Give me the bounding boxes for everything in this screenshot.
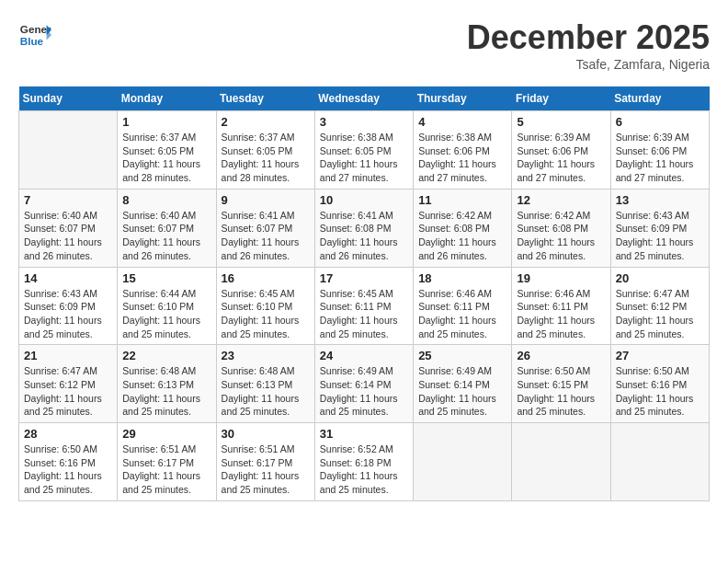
day-number: 2 (222, 115, 310, 129)
calendar-cell: 19Sunrise: 6:46 AMSunset: 6:11 PMDayligh… (512, 267, 610, 345)
cell-info: Sunrise: 6:45 AMSunset: 6:11 PMDaylight:… (320, 287, 408, 341)
cell-info: Sunrise: 6:49 AMSunset: 6:14 PMDaylight:… (320, 364, 408, 419)
day-number: 30 (222, 427, 310, 441)
day-number: 12 (517, 193, 605, 207)
calendar-cell: 27Sunrise: 6:50 AMSunset: 6:16 PMDayligh… (610, 345, 709, 423)
cell-info: Sunrise: 6:51 AMSunset: 6:17 PMDaylight:… (222, 442, 310, 497)
calendar-cell: 31Sunrise: 6:52 AMSunset: 6:18 PMDayligh… (314, 423, 413, 501)
day-header-tuesday: Tuesday (216, 86, 314, 111)
cell-info: Sunrise: 6:48 AMSunset: 6:13 PMDaylight:… (222, 364, 310, 419)
day-number: 3 (320, 115, 408, 129)
calendar-cell: 24Sunrise: 6:49 AMSunset: 6:14 PMDayligh… (314, 345, 413, 423)
calendar-cell: 4Sunrise: 6:38 AMSunset: 6:06 PMDaylight… (414, 111, 512, 190)
day-number: 1 (122, 115, 210, 129)
logo-icon: General Blue (18, 18, 51, 52)
day-number: 10 (320, 193, 408, 207)
location: Tsafe, Zamfara, Nigeria (467, 57, 710, 72)
cell-info: Sunrise: 6:46 AMSunset: 6:11 PMDaylight:… (418, 287, 506, 341)
calendar-cell (610, 423, 709, 501)
cell-info: Sunrise: 6:46 AMSunset: 6:11 PMDaylight:… (517, 287, 605, 341)
month-title: December 2025 (467, 18, 710, 57)
calendar-cell: 28Sunrise: 6:50 AMSunset: 6:16 PMDayligh… (19, 423, 118, 501)
calendar-cell: 11Sunrise: 6:42 AMSunset: 6:08 PMDayligh… (414, 189, 512, 267)
day-header-thursday: Thursday (414, 86, 512, 111)
day-number: 8 (122, 193, 210, 207)
calendar-cell: 8Sunrise: 6:40 AMSunset: 6:07 PMDaylight… (118, 189, 216, 267)
calendar-cell: 13Sunrise: 6:43 AMSunset: 6:09 PMDayligh… (610, 189, 709, 267)
calendar-table: SundayMondayTuesdayWednesdayThursdayFrid… (18, 86, 710, 501)
day-number: 4 (418, 115, 506, 129)
day-number: 31 (320, 427, 408, 441)
day-number: 14 (24, 271, 112, 285)
calendar-cell: 9Sunrise: 6:41 AMSunset: 6:07 PMDaylight… (216, 189, 314, 267)
week-row-1: 1Sunrise: 6:37 AMSunset: 6:05 PMDaylight… (19, 111, 710, 190)
cell-info: Sunrise: 6:38 AMSunset: 6:05 PMDaylight:… (320, 131, 408, 185)
calendar-cell: 7Sunrise: 6:40 AMSunset: 6:07 PMDaylight… (19, 189, 118, 267)
day-number: 6 (616, 115, 704, 129)
day-header-friday: Friday (512, 86, 610, 111)
day-number: 24 (320, 349, 408, 362)
calendar-cell (414, 423, 512, 501)
calendar-cell: 6Sunrise: 6:39 AMSunset: 6:06 PMDaylight… (610, 111, 709, 190)
cell-info: Sunrise: 6:37 AMSunset: 6:05 PMDaylight:… (222, 131, 310, 185)
cell-info: Sunrise: 6:39 AMSunset: 6:06 PMDaylight:… (616, 131, 704, 185)
calendar-cell: 23Sunrise: 6:48 AMSunset: 6:13 PMDayligh… (216, 345, 314, 423)
cell-info: Sunrise: 6:39 AMSunset: 6:06 PMDaylight:… (517, 131, 605, 185)
week-row-4: 21Sunrise: 6:47 AMSunset: 6:12 PMDayligh… (19, 345, 710, 423)
calendar-cell: 12Sunrise: 6:42 AMSunset: 6:08 PMDayligh… (512, 189, 610, 267)
calendar-cell: 2Sunrise: 6:37 AMSunset: 6:05 PMDaylight… (216, 111, 314, 190)
cell-info: Sunrise: 6:40 AMSunset: 6:07 PMDaylight:… (24, 209, 112, 263)
calendar-header-row: SundayMondayTuesdayWednesdayThursdayFrid… (19, 86, 710, 111)
cell-info: Sunrise: 6:50 AMSunset: 6:16 PMDaylight:… (24, 442, 112, 497)
cell-info: Sunrise: 6:47 AMSunset: 6:12 PMDaylight:… (616, 287, 704, 341)
day-number: 18 (418, 271, 506, 285)
day-number: 23 (222, 349, 310, 362)
calendar-cell: 10Sunrise: 6:41 AMSunset: 6:08 PMDayligh… (314, 189, 413, 267)
day-header-wednesday: Wednesday (314, 86, 413, 111)
cell-info: Sunrise: 6:42 AMSunset: 6:08 PMDaylight:… (517, 209, 605, 263)
day-number: 19 (517, 271, 605, 285)
calendar-cell: 15Sunrise: 6:44 AMSunset: 6:10 PMDayligh… (118, 267, 216, 345)
calendar-cell: 21Sunrise: 6:47 AMSunset: 6:12 PMDayligh… (19, 345, 118, 423)
day-header-sunday: Sunday (19, 86, 118, 111)
calendar-cell: 14Sunrise: 6:43 AMSunset: 6:09 PMDayligh… (19, 267, 118, 345)
logo: General Blue (18, 18, 51, 52)
cell-info: Sunrise: 6:51 AMSunset: 6:17 PMDaylight:… (122, 442, 210, 497)
cell-info: Sunrise: 6:41 AMSunset: 6:07 PMDaylight:… (222, 209, 310, 263)
title-block: December 2025 Tsafe, Zamfara, Nigeria (467, 18, 710, 72)
cell-info: Sunrise: 6:45 AMSunset: 6:10 PMDaylight:… (222, 287, 310, 341)
day-number: 26 (517, 349, 605, 362)
day-number: 29 (122, 427, 210, 441)
cell-info: Sunrise: 6:43 AMSunset: 6:09 PMDaylight:… (24, 287, 112, 341)
calendar-cell: 5Sunrise: 6:39 AMSunset: 6:06 PMDaylight… (512, 111, 610, 190)
calendar-cell: 30Sunrise: 6:51 AMSunset: 6:17 PMDayligh… (216, 423, 314, 501)
page-header: General Blue December 2025 Tsafe, Zamfar… (18, 18, 710, 72)
calendar-cell: 20Sunrise: 6:47 AMSunset: 6:12 PMDayligh… (610, 267, 709, 345)
calendar-cell (19, 111, 118, 190)
day-number: 27 (616, 349, 704, 362)
day-number: 21 (24, 349, 112, 362)
day-number: 9 (222, 193, 310, 207)
calendar-cell: 3Sunrise: 6:38 AMSunset: 6:05 PMDaylight… (314, 111, 413, 190)
calendar-cell: 18Sunrise: 6:46 AMSunset: 6:11 PMDayligh… (414, 267, 512, 345)
calendar-cell: 16Sunrise: 6:45 AMSunset: 6:10 PMDayligh… (216, 267, 314, 345)
cell-info: Sunrise: 6:52 AMSunset: 6:18 PMDaylight:… (320, 442, 408, 497)
day-number: 13 (616, 193, 704, 207)
calendar-cell: 29Sunrise: 6:51 AMSunset: 6:17 PMDayligh… (118, 423, 216, 501)
day-number: 20 (616, 271, 704, 285)
cell-info: Sunrise: 6:47 AMSunset: 6:12 PMDaylight:… (24, 364, 112, 419)
cell-info: Sunrise: 6:40 AMSunset: 6:07 PMDaylight:… (122, 209, 210, 263)
cell-info: Sunrise: 6:38 AMSunset: 6:06 PMDaylight:… (418, 131, 506, 185)
day-number: 15 (122, 271, 210, 285)
day-number: 5 (517, 115, 605, 129)
calendar-cell: 1Sunrise: 6:37 AMSunset: 6:05 PMDaylight… (118, 111, 216, 190)
day-number: 16 (222, 271, 310, 285)
calendar-cell: 17Sunrise: 6:45 AMSunset: 6:11 PMDayligh… (314, 267, 413, 345)
cell-info: Sunrise: 6:37 AMSunset: 6:05 PMDaylight:… (122, 131, 210, 185)
cell-info: Sunrise: 6:48 AMSunset: 6:13 PMDaylight:… (122, 364, 210, 419)
cell-info: Sunrise: 6:49 AMSunset: 6:14 PMDaylight:… (418, 364, 506, 419)
day-number: 11 (418, 193, 506, 207)
svg-text:Blue: Blue (20, 35, 44, 47)
cell-info: Sunrise: 6:50 AMSunset: 6:16 PMDaylight:… (616, 364, 704, 419)
day-number: 25 (418, 349, 506, 362)
